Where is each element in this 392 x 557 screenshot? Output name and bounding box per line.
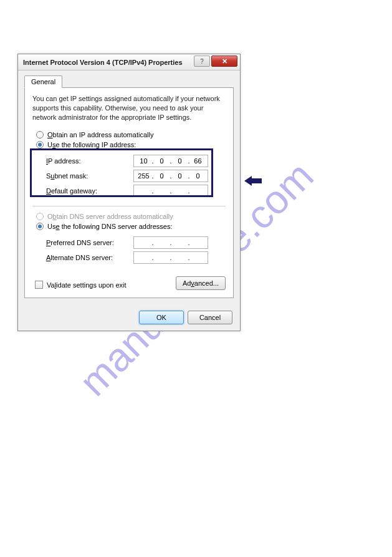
default-gateway-row: Default gateway: . . . bbox=[46, 183, 226, 198]
ipv4-properties-dialog: Internet Protocol Version 4 (TCP/IPv4) P… bbox=[17, 54, 241, 331]
radio-dot-icon bbox=[38, 225, 42, 228]
alternate-dns-row: Alternate DNS server: . . . bbox=[46, 250, 226, 265]
radio-auto-dns: Obtain DNS server address automatically bbox=[32, 211, 226, 221]
arrow-annotation-icon bbox=[244, 175, 262, 187]
radio-icon bbox=[36, 223, 44, 230]
subnet-mask-row: Subnet mask: 255. 0. 0. 0 bbox=[46, 168, 226, 183]
preferred-dns-input[interactable]: . . . bbox=[133, 236, 208, 249]
ip-address-row: IP address: 10. 0. 0. 66 bbox=[46, 153, 226, 168]
ip-address-input[interactable]: 10. 0. 0. 66 bbox=[133, 155, 208, 167]
ip-address-section: IP address: 10. 0. 0. 66 Subnet mask: 25… bbox=[32, 150, 226, 201]
bottom-options-row: Validate settings upon exit Advanced... bbox=[32, 276, 226, 290]
ok-button[interactable]: OK bbox=[139, 311, 184, 324]
validate-label: Validate settings upon exit bbox=[47, 281, 127, 289]
dialog-body: General You can get IP settings assigned… bbox=[18, 70, 240, 304]
validate-checkbox-row[interactable]: Validate settings upon exit bbox=[32, 277, 127, 289]
radio-manual-dns-label: Use the following DNS server addresses: bbox=[47, 223, 173, 230]
close-icon: ✕ bbox=[222, 57, 227, 65]
tabpanel-general: You can get IP settings assigned automat… bbox=[24, 87, 234, 298]
cancel-button[interactable]: Cancel bbox=[188, 311, 232, 324]
dialog-title: Internet Protocol Version 4 (TCP/IPv4) P… bbox=[23, 59, 183, 66]
preferred-dns-label: Preferred DNS server: bbox=[46, 239, 133, 246]
default-gateway-input[interactable]: . . . bbox=[133, 185, 208, 197]
titlebar-buttons: ? ✕ bbox=[194, 56, 237, 67]
tab-general[interactable]: General bbox=[24, 75, 62, 88]
ip-address-label: IP address: bbox=[46, 157, 133, 165]
svg-marker-0 bbox=[244, 176, 262, 186]
subnet-mask-label: Subnet mask: bbox=[46, 172, 133, 180]
dialog-footer: OK Cancel bbox=[18, 304, 240, 331]
checkbox-icon bbox=[35, 281, 43, 289]
radio-dot-icon bbox=[38, 143, 42, 147]
titlebar: Internet Protocol Version 4 (TCP/IPv4) P… bbox=[18, 54, 240, 70]
advanced-button[interactable]: Advanced... bbox=[176, 276, 226, 290]
tabstrip: General bbox=[24, 75, 234, 88]
close-button[interactable]: ✕ bbox=[211, 56, 237, 67]
preferred-dns-row: Preferred DNS server: . . . bbox=[46, 235, 226, 250]
radio-icon bbox=[36, 131, 44, 138]
radio-manual-ip-label: Use the following IP address: bbox=[47, 141, 136, 148]
dns-fields-group: Preferred DNS server: . . . Alternate DN… bbox=[32, 231, 226, 268]
default-gateway-label: Default gateway: bbox=[46, 187, 133, 195]
intro-text: You can get IP settings assigned automat… bbox=[32, 94, 226, 122]
radio-auto-dns-label: Obtain DNS server address automatically bbox=[47, 213, 173, 220]
ip-fields-group: IP address: 10. 0. 0. 66 Subnet mask: 25… bbox=[32, 150, 226, 201]
alternate-dns-input[interactable]: . . . bbox=[133, 251, 208, 264]
divider bbox=[32, 206, 226, 206]
help-icon: ? bbox=[200, 58, 204, 65]
radio-auto-ip[interactable]: Obtain an IP address automatically bbox=[32, 130, 226, 140]
radio-icon bbox=[36, 141, 44, 148]
alternate-dns-label: Alternate DNS server: bbox=[46, 254, 133, 261]
radio-icon bbox=[36, 213, 44, 220]
radio-manual-ip[interactable]: Use the following IP address: bbox=[32, 140, 226, 150]
help-button[interactable]: ? bbox=[194, 56, 210, 67]
radio-auto-ip-label: Obtain an IP address automatically bbox=[47, 131, 153, 138]
subnet-mask-input[interactable]: 255. 0. 0. 0 bbox=[133, 170, 208, 182]
radio-manual-dns[interactable]: Use the following DNS server addresses: bbox=[32, 221, 226, 231]
